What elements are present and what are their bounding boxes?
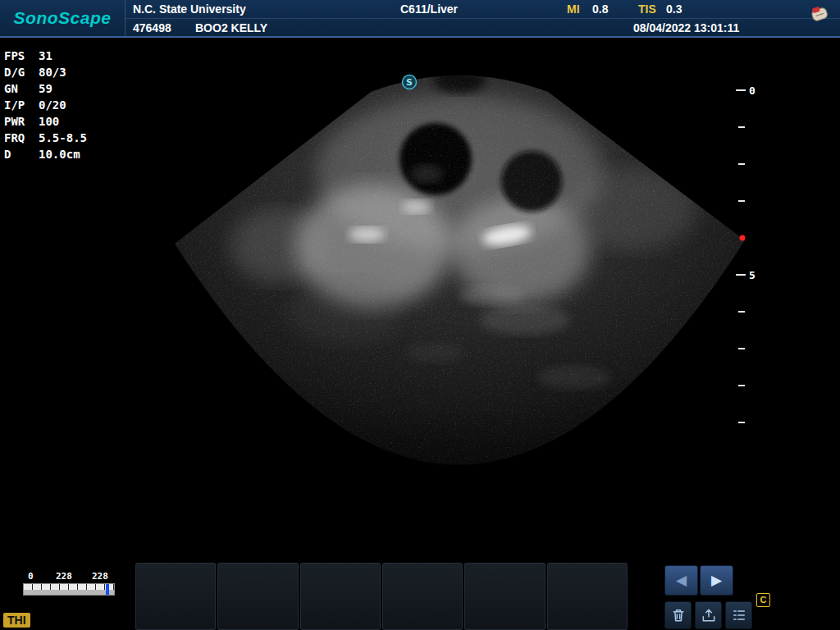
page-navigation: ◀ ▶ xyxy=(664,565,733,596)
patient-id: 476498 xyxy=(133,21,171,34)
softkey-slot-2[interactable] xyxy=(217,563,298,630)
mi-label: MI xyxy=(567,2,580,16)
report-button[interactable] xyxy=(725,601,752,629)
depth-label-mid: 5 xyxy=(749,269,756,281)
patient-name: BOO2 KELLY xyxy=(195,21,267,34)
delete-button[interactable] xyxy=(664,601,692,629)
softkey-slot-5[interactable] xyxy=(464,563,545,630)
export-button[interactable] xyxy=(695,601,722,629)
ultrasound-image: S 0 5 xyxy=(0,0,840,630)
probe-mode-badge: C xyxy=(756,593,770,607)
checklist-icon xyxy=(731,607,747,623)
next-page-button[interactable]: ▶ xyxy=(700,565,733,596)
grayscale-ticks xyxy=(24,584,114,590)
header-bar: SonoScape N.C. State University C611/Liv… xyxy=(0,0,840,38)
header-divider xyxy=(126,18,840,19)
softkey-slot-6[interactable] xyxy=(547,563,628,630)
depth-label-top: 0 xyxy=(749,84,756,97)
chevron-right-icon: ▶ xyxy=(711,572,722,589)
param-gn: GN59 xyxy=(4,80,87,97)
softkey-menu xyxy=(135,563,628,630)
orientation-marker: S xyxy=(403,75,417,89)
logo-text: SonoScape xyxy=(14,8,112,28)
softkey-slot-3[interactable] xyxy=(300,563,381,630)
param-pwr: PWR100 xyxy=(4,113,87,130)
chevron-left-icon: ◀ xyxy=(676,572,687,589)
param-depth: D10.0cm xyxy=(4,146,87,162)
param-dg: D/G80/3 xyxy=(4,64,87,80)
probe-icon xyxy=(806,3,833,25)
exam-datetime: 08/04/2022 13:01:11 xyxy=(633,21,739,34)
trash-icon xyxy=(670,607,687,623)
focus-marker-icon xyxy=(740,235,746,241)
bottom-toolbar xyxy=(664,601,752,629)
param-frq: FRQ5.5-8.5 xyxy=(4,130,87,146)
param-ip: I/P0/20 xyxy=(4,97,87,113)
probe-preset: C611/Liver xyxy=(400,2,458,16)
depth-ruler xyxy=(736,90,746,422)
grayscale-marker xyxy=(106,584,109,595)
institution-name: N.C. State University xyxy=(133,2,246,16)
svg-text:S: S xyxy=(406,77,413,88)
sector-image xyxy=(148,41,771,492)
grayscale-bar: 0 228 228 xyxy=(23,571,118,599)
mi-value: 0.8 xyxy=(592,2,608,16)
thi-badge: THI xyxy=(3,613,30,628)
tis-label: TIS xyxy=(638,2,656,16)
sonoscape-logo: SonoScape xyxy=(0,0,126,36)
prev-page-button[interactable]: ◀ xyxy=(664,565,698,596)
param-fps: FPS31 xyxy=(4,48,87,64)
grayscale-values: 0 228 228 xyxy=(23,571,118,582)
imaging-parameters: FPS31 D/G80/3 GN59 I/P0/20 PWR100 FRQ5.5… xyxy=(4,48,87,162)
tis-value: 0.3 xyxy=(666,2,682,16)
softkey-slot-4[interactable] xyxy=(382,563,463,630)
softkey-slot-1[interactable] xyxy=(135,563,216,630)
export-icon xyxy=(701,607,717,623)
grayscale-gradient xyxy=(23,583,115,596)
